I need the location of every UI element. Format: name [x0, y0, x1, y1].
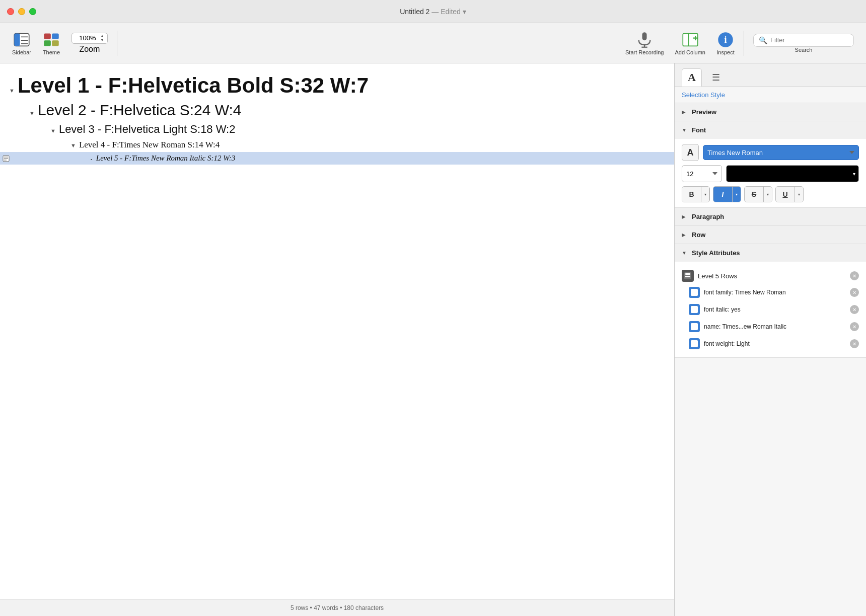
attr-icon-3	[689, 321, 700, 332]
svg-rect-24	[685, 276, 690, 277]
section-style-attributes: ▼ Style Attributes Level 5 Rows ✕	[675, 244, 866, 358]
font-a-label: A	[687, 147, 694, 158]
italic-dropdown[interactable]: ▾	[733, 187, 741, 202]
remove-attr-1-button[interactable]: ✕	[850, 288, 859, 297]
section-preview-header[interactable]: ▶ Preview	[675, 103, 866, 121]
strikethrough-button[interactable]: S	[745, 187, 764, 202]
row-text-1: Level 1 - F:Helvetica Bold S:32 W:7	[18, 73, 369, 98]
tab-document[interactable]: ☰	[706, 68, 726, 87]
attr-icon-inner-3	[691, 323, 698, 330]
inspector-pane: A ☰ Selection Style ▶ Preview ▼ Font	[675, 63, 866, 616]
search-input[interactable]	[770, 36, 848, 44]
section-font-header[interactable]: ▼ Font	[675, 121, 866, 139]
strikethrough-dropdown[interactable]: ▾	[764, 187, 772, 202]
search-label: Search	[795, 47, 813, 53]
row-title: Row	[692, 231, 705, 239]
attr-icon-inner-1	[691, 289, 698, 296]
list-item[interactable]: ▼ Level 1 - F:Helvetica Bold S:32 W:7	[0, 71, 674, 100]
list-item[interactable]: ▼ Level 2 - F:Helvetica S:24 W:4	[0, 100, 674, 121]
attr-icon-inner-4	[691, 340, 698, 347]
remove-attr-3-button[interactable]: ✕	[850, 322, 859, 331]
list-item[interactable]: • Level 5 - F:Times New Roman Italic S:1…	[0, 152, 674, 165]
section-paragraph-header[interactable]: ▶ Paragraph	[675, 208, 866, 225]
style-attr-arrow: ▼	[682, 250, 688, 256]
add-column-icon	[682, 31, 699, 48]
start-recording-button[interactable]: Start Recording	[620, 28, 669, 58]
add-column-label: Add Column	[675, 49, 705, 55]
titlebar: Untitled 2 — Edited ▾	[0, 0, 866, 23]
toolbar-separator-2	[744, 31, 744, 56]
preview-title: Preview	[692, 108, 716, 116]
font-arrow: ▼	[682, 127, 688, 133]
close-button[interactable]	[7, 8, 14, 15]
sidebar-label: Sidebar	[12, 49, 31, 55]
content-pane: ▼ Level 1 - F:Helvetica Bold S:32 W:7 ▼ …	[0, 63, 675, 616]
zoom-arrows[interactable]: ▲ ▼	[100, 34, 104, 42]
attr-label-3: name: Times...ew Roman Italic	[704, 323, 846, 330]
sidebar-icon	[13, 31, 30, 48]
attr-item-2: font italic: yes ✕	[689, 301, 859, 318]
font-a-button[interactable]: A	[682, 144, 699, 161]
theme-icon	[43, 31, 60, 48]
row-arrow: ▶	[682, 232, 688, 238]
collapse-triangle-1[interactable]: ▼	[9, 88, 15, 94]
attr-icon-2	[689, 304, 700, 315]
bold-button[interactable]: B	[682, 187, 701, 202]
svg-rect-23	[685, 273, 690, 275]
remove-attr-4-button[interactable]: ✕	[850, 339, 859, 348]
main-area: ▼ Level 1 - F:Helvetica Bold S:32 W:7 ▼ …	[0, 63, 866, 616]
font-name-row: A Times New Roman	[682, 144, 859, 161]
inspect-button[interactable]: i Inspect	[711, 28, 740, 58]
list-item[interactable]: ▼ Level 4 - F:Times New Roman S:14 W:4	[0, 138, 674, 152]
font-color-swatch[interactable]: ▾	[726, 165, 859, 182]
color-swatch-arrow: ▾	[853, 171, 855, 177]
attr-item-1: font family: Times New Roman ✕	[689, 284, 859, 301]
theme-button[interactable]: Theme	[37, 28, 65, 58]
underline-dropdown[interactable]: ▾	[795, 187, 803, 202]
statusbar: 5 rows • 47 words • 180 characters	[0, 599, 674, 616]
font-size-select[interactable]: 12	[682, 165, 722, 182]
tab-text-style[interactable]: A	[682, 68, 702, 87]
search-icon: 🔍	[759, 36, 767, 44]
bold-dropdown[interactable]: ▾	[701, 187, 709, 202]
font-name-select[interactable]: Times New Roman	[703, 145, 859, 160]
style-attr-group: Level 5 Rows ✕	[682, 267, 859, 284]
svg-rect-8	[52, 40, 59, 46]
attr-icon-1	[689, 287, 700, 298]
preview-arrow: ▶	[682, 109, 688, 115]
list-item[interactable]: ▼ Level 3 - F:Helvetica Light S:18 W:2	[0, 121, 674, 138]
paragraph-title: Paragraph	[692, 213, 724, 220]
section-style-attributes-header[interactable]: ▼ Style Attributes	[675, 244, 866, 262]
add-column-button[interactable]: Add Column	[670, 28, 710, 58]
theme-label: Theme	[43, 49, 60, 55]
traffic-lights[interactable]	[7, 8, 36, 15]
italic-button[interactable]: I	[713, 187, 733, 202]
row-icon	[2, 155, 10, 163]
maximize-button[interactable]	[29, 8, 36, 15]
bold-group: B ▾	[682, 186, 710, 202]
start-recording-label: Start Recording	[625, 49, 664, 55]
zoom-label: Zoom	[79, 45, 100, 54]
section-row-header[interactable]: ▶ Row	[675, 226, 866, 244]
underline-button[interactable]: U	[776, 187, 795, 202]
font-section-content: A Times New Roman 12 ▾	[675, 139, 866, 207]
collapse-triangle-2[interactable]: ▼	[29, 110, 35, 116]
attr-item-4: font weight: Light ✕	[689, 335, 859, 352]
row-text-4: Level 4 - F:Times New Roman S:14 W:4	[79, 140, 220, 150]
attr-icon-inner-2	[691, 306, 698, 313]
svg-rect-6	[52, 33, 59, 39]
selection-style-label: Selection Style	[675, 87, 866, 103]
style-attributes-content: Level 5 Rows ✕ font family: Times New Ro…	[675, 262, 866, 357]
remove-attr-2-button[interactable]: ✕	[850, 305, 859, 314]
section-preview: ▶ Preview	[675, 103, 866, 121]
collapse-triangle-4[interactable]: ▼	[70, 142, 76, 148]
font-size-row: 12 ▾	[682, 165, 859, 182]
search-box[interactable]: 🔍	[753, 34, 854, 47]
zoom-input[interactable]	[75, 34, 100, 42]
minimize-button[interactable]	[18, 8, 25, 15]
collapse-triangle-3[interactable]: ▼	[50, 128, 56, 134]
sidebar-button[interactable]: Sidebar	[7, 28, 36, 58]
zoom-control[interactable]: ▲ ▼ Zoom	[68, 31, 111, 56]
remove-group-button[interactable]: ✕	[850, 271, 859, 280]
attr-icon-4	[689, 338, 700, 349]
